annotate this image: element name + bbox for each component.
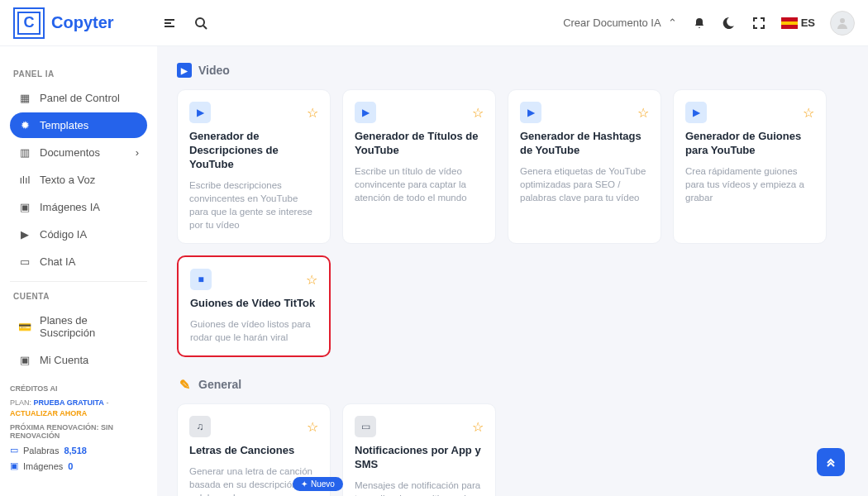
create-doc-dropdown[interactable]: Crear Documento IA ⌃ [563, 17, 677, 29]
doc-icon: ▥ [18, 146, 31, 159]
card-yt-titulos[interactable]: ▶ ☆ Generador de Títulos de YouTube Escr… [342, 89, 496, 244]
plan-name[interactable]: PRUEBA GRATUITA [34, 398, 104, 407]
youtube-icon: ▶ [189, 102, 211, 123]
pencil-icon: ✎ [177, 377, 192, 392]
card-yt-guiones[interactable]: ▶ ☆ Generador de Guiones para YouTube Cr… [673, 89, 827, 244]
grid-icon: ▦ [18, 92, 31, 104]
wave-icon: ılıl [18, 174, 31, 186]
menu-toggle-icon[interactable] [162, 16, 177, 31]
sidebar-section-account: CUENTA [13, 292, 147, 301]
star-icon[interactable]: ☆ [307, 419, 318, 435]
nuevo-badge[interactable]: ✦ Nuevo [293, 477, 343, 491]
moon-icon[interactable] [722, 16, 737, 31]
youtube-icon: ▶ [520, 102, 541, 123]
main-content: ▶ Video ▶ ☆ Generador de Descripciones d… [157, 46, 868, 496]
youtube-icon: ▶ [355, 102, 376, 123]
video-icon: ■ [190, 269, 212, 290]
credits-title: CRÉDITOS AI [10, 384, 147, 393]
stat-palabras: ▭ Palabras 8,518 [10, 445, 147, 455]
card-title: Letras de Canciones [189, 444, 318, 458]
youtube-icon: ▶ [685, 102, 707, 123]
logo-letter: C [17, 12, 41, 35]
search-icon[interactable] [193, 16, 208, 31]
gear-icon: ✹ [18, 119, 31, 131]
card-desc: Escribe un título de vídeo convincente p… [355, 165, 484, 204]
sidebar-item-panel-control[interactable]: ▦ Panel de Control [10, 85, 147, 111]
card-desc: Mensajes de notificación para tus aplica… [355, 479, 484, 496]
music-icon: ♫ [189, 416, 211, 437]
sidebar-item-chat[interactable]: ▭ Chat IA [10, 249, 147, 274]
card-desc: Escribe descripciones convincentes en Yo… [189, 179, 318, 231]
image-icon: ▣ [18, 201, 31, 213]
sidebar-item-label: Chat IA [40, 255, 75, 268]
star-icon[interactable]: ☆ [637, 105, 649, 121]
star-icon[interactable]: ☆ [307, 105, 318, 121]
card-title: Guiones de Vídeo TitTok [190, 297, 317, 311]
card-desc: Guiones de vídeo listos para rodar que l… [190, 317, 317, 344]
image-icon: ▣ [10, 460, 18, 471]
star-icon[interactable]: ☆ [306, 272, 317, 288]
sidebar-item-codigo[interactable]: ▶ Código IA [10, 222, 147, 247]
sidebar-item-label: Templates [40, 119, 88, 131]
stat-imagenes: ▣ Imágenes 0 [10, 460, 147, 471]
scroll-top-button[interactable] [817, 448, 845, 476]
sidebar-section-panel: PANEL IA [13, 69, 147, 79]
chat-icon: ▭ [10, 445, 18, 455]
card-title: Generador de Guiones para YouTube [685, 130, 814, 158]
sparkle-icon: ✦ [301, 479, 308, 489]
avatar[interactable] [830, 11, 855, 36]
create-doc-label: Crear Documento IA [563, 17, 661, 29]
chevron-right-icon: › [136, 146, 139, 159]
card-title: Generador de Hashtags de YouTube [520, 130, 649, 158]
chat-icon: ▭ [18, 255, 31, 268]
money-icon: 💳 [18, 321, 31, 333]
star-icon[interactable]: ☆ [472, 419, 484, 435]
card-title: Generador de Títulos de YouTube [355, 130, 484, 158]
sidebar-item-planes[interactable]: 💳 Planes de Suscripción [10, 308, 147, 346]
fullscreen-icon[interactable] [751, 16, 766, 31]
sidebar-item-label: Texto a Voz [40, 174, 95, 186]
card-title: Generador de Descripciones de YouTube [189, 130, 318, 172]
sidebar-item-templates[interactable]: ✹ Templates [10, 112, 147, 138]
flag-es-icon [781, 17, 798, 29]
code-icon: ▶ [18, 228, 31, 241]
sidebar-item-micuenta[interactable]: ▣ Mi Cuenta [10, 347, 147, 373]
bell-icon: ▭ [355, 416, 376, 437]
card-desc: Genera etiquetas de YouTube optimizadas … [520, 165, 649, 204]
sidebar-item-documentos[interactable]: ▥ Documentos › [10, 140, 147, 165]
logo[interactable]: C Copyter [13, 7, 162, 39]
star-icon[interactable]: ☆ [803, 105, 814, 121]
bell-icon[interactable] [692, 16, 707, 31]
sidebar: PANEL IA ▦ Panel de Control ✹ Templates … [0, 46, 157, 496]
sidebar-item-texto-voz[interactable]: ılıl Texto a Voz [10, 167, 147, 193]
sidebar-item-label: Planes de Suscripción [40, 314, 139, 339]
sidebar-item-label: Imágenes IA [40, 201, 100, 213]
svg-point-1 [840, 18, 845, 23]
user-icon: ▣ [18, 354, 31, 366]
sidebar-item-label: Código IA [40, 228, 87, 241]
svg-point-0 [196, 18, 204, 26]
lang-code: ES [801, 17, 815, 29]
card-desc: Crea rápidamente guiones para tus vídeos… [685, 165, 814, 204]
section-header-general: ✎ General [177, 377, 848, 392]
brand-name: Copyter [51, 13, 114, 32]
renewal-info: PRÓXIMA RENOVACIÓN: SIN RENOVACIÓN [10, 423, 147, 440]
card-yt-descripciones[interactable]: ▶ ☆ Generador de Descripciones de YouTub… [177, 89, 331, 244]
plan-info: PLAN: PRUEBA GRATUITA - ACTUALIZAR AHORA [10, 398, 147, 418]
card-notificaciones[interactable]: ▭ ☆ Notificaciones por App y SMS Mensaje… [342, 403, 496, 496]
language-selector[interactable]: ES [781, 17, 815, 29]
card-title: Notificaciones por App y SMS [355, 444, 484, 472]
sidebar-item-label: Panel de Control [40, 92, 120, 104]
card-yt-hashtags[interactable]: ▶ ☆ Generador de Hashtags de YouTube Gen… [508, 89, 661, 244]
play-icon: ▶ [177, 63, 192, 78]
sidebar-item-imagenes[interactable]: ▣ Imágenes IA [10, 194, 147, 220]
chevron-up-icon: ⌃ [668, 17, 677, 29]
section-header-video: ▶ Video [177, 63, 848, 78]
plan-update-link[interactable]: ACTUALIZAR AHORA [10, 409, 87, 417]
star-icon[interactable]: ☆ [472, 105, 484, 121]
sidebar-item-label: Documentos [40, 146, 100, 159]
sidebar-item-label: Mi Cuenta [40, 354, 88, 366]
card-tiktok-guiones[interactable]: ■ ☆ Guiones de Vídeo TitTok Guiones de v… [177, 255, 331, 357]
